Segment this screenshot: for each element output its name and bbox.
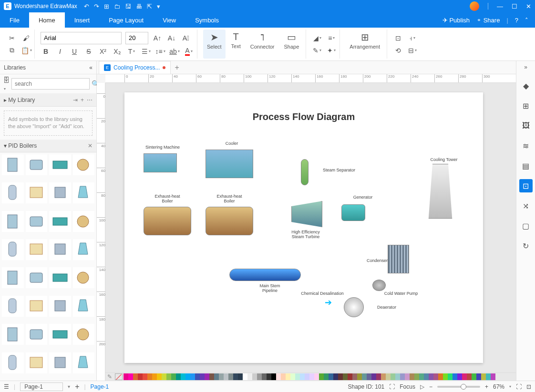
canvas-scroll[interactable]: Process Flow Diagram Sintering Machine C… [105, 83, 516, 381]
connector-tool[interactable]: ˥Connector [247, 30, 278, 59]
library-shape-item[interactable] [2, 182, 24, 203]
library-shape-item[interactable] [2, 324, 24, 345]
color-swatch[interactable] [472, 373, 476, 380]
export-icon[interactable]: ⇱ [147, 3, 152, 10]
color-swatch[interactable] [166, 373, 171, 380]
library-shape-item[interactable] [2, 211, 24, 232]
color-swatch[interactable] [457, 373, 462, 380]
page[interactable]: Process Flow Diagram Sintering Machine C… [124, 92, 483, 363]
library-shape-item[interactable] [49, 324, 71, 345]
color-swatch[interactable] [219, 373, 224, 380]
color-swatch[interactable] [352, 373, 357, 380]
grid-tool-icon[interactable]: ⊞ [519, 99, 533, 112]
color-swatch[interactable] [214, 373, 219, 380]
color-swatch[interactable] [228, 373, 233, 380]
library-shape-item[interactable] [49, 296, 71, 317]
library-shape-item[interactable] [26, 154, 48, 175]
underline-icon[interactable]: U [69, 46, 80, 57]
font-name-select[interactable] [41, 32, 122, 44]
color-swatch[interactable] [128, 373, 133, 380]
zoom-slider[interactable] [437, 386, 480, 388]
image-tool-icon[interactable]: 🖼 [519, 119, 533, 132]
color-swatch[interactable] [329, 373, 333, 380]
color-swatch[interactable] [395, 373, 400, 380]
text-highlight-icon[interactable]: ab▾ [169, 46, 180, 57]
play-icon[interactable]: ▷ [420, 383, 424, 390]
color-swatch[interactable] [271, 373, 276, 380]
library-shape-item[interactable] [73, 182, 95, 203]
color-swatch[interactable] [195, 373, 200, 380]
history-tool-icon[interactable]: ↻ [519, 239, 533, 252]
color-swatch[interactable] [181, 373, 185, 380]
undo-icon[interactable]: ↶ [84, 3, 89, 10]
color-swatch[interactable] [309, 373, 314, 380]
color-swatch[interactable] [123, 373, 128, 380]
shape-deaerator[interactable] [344, 297, 364, 317]
library-shape-item[interactable] [73, 267, 95, 288]
rotate-icon[interactable]: ⟲ [393, 45, 403, 56]
decrease-font-icon[interactable]: A↓ [166, 33, 177, 43]
library-shape-item[interactable] [2, 239, 24, 260]
color-swatch[interactable] [462, 373, 467, 380]
color-swatch[interactable] [467, 373, 472, 380]
shuffle-tool-icon[interactable]: ⤨ [519, 199, 533, 212]
close-icon[interactable]: ✕ [526, 3, 531, 10]
color-swatch[interactable] [171, 373, 176, 380]
library-shape-item[interactable] [26, 296, 48, 317]
library-shape-item[interactable] [2, 296, 24, 317]
align-icon[interactable]: ⫞▾ [407, 33, 418, 43]
font-size-select[interactable] [125, 32, 148, 44]
color-swatch[interactable] [405, 373, 410, 380]
help-icon[interactable]: ? [515, 17, 518, 24]
color-swatch[interactable] [190, 373, 195, 380]
color-swatch[interactable] [233, 373, 238, 380]
shape-tool[interactable]: ▭Shape [280, 30, 303, 59]
shape-condenser[interactable] [388, 245, 409, 273]
color-swatch[interactable] [247, 373, 252, 380]
subscript-icon[interactable]: X₂ [112, 46, 123, 57]
color-swatch[interactable] [143, 373, 147, 380]
color-swatch[interactable] [400, 373, 405, 380]
color-swatch[interactable] [276, 373, 281, 380]
text-align-icon[interactable]: T▾ [126, 46, 137, 57]
save-icon[interactable]: 🖫 [125, 3, 131, 10]
clear-format-icon[interactable]: A⃠ [181, 33, 191, 43]
color-swatch[interactable] [138, 373, 143, 380]
distribute-icon[interactable]: ⊟▾ [407, 45, 418, 56]
library-shape-item[interactable] [49, 154, 71, 175]
font-color-icon[interactable]: A▾ [184, 46, 194, 57]
library-shape-item[interactable] [73, 211, 95, 232]
bullets-icon[interactable]: ☰▾ [141, 46, 151, 57]
color-swatch[interactable] [491, 373, 495, 380]
color-swatch[interactable] [448, 373, 453, 380]
shape-exhaust1[interactable] [144, 207, 191, 235]
lib-menu-icon[interactable]: ⋯ [87, 97, 93, 103]
color-swatch[interactable] [481, 373, 486, 380]
select-tool[interactable]: ➤Select [203, 30, 226, 59]
user-avatar[interactable] [470, 1, 479, 11]
color-swatch[interactable] [133, 373, 138, 380]
color-swatch[interactable] [386, 373, 391, 380]
color-swatch[interactable] [157, 373, 162, 380]
color-swatch[interactable] [224, 373, 228, 380]
library-search-input[interactable] [11, 78, 90, 90]
color-swatch[interactable] [429, 373, 433, 380]
shape-pipeline[interactable] [229, 269, 301, 281]
color-swatch[interactable] [367, 373, 371, 380]
bold-icon[interactable]: B [41, 46, 51, 57]
library-shape-item[interactable] [73, 324, 95, 345]
add-page-button[interactable]: + [75, 382, 79, 391]
library-shape-item[interactable] [2, 154, 24, 175]
color-swatch[interactable] [205, 373, 209, 380]
color-swatch[interactable] [257, 373, 262, 380]
library-shape-item[interactable] [2, 352, 24, 373]
format-painter-icon[interactable]: 🖌 [21, 33, 31, 43]
color-swatch[interactable] [438, 373, 443, 380]
color-swatch[interactable] [357, 373, 362, 380]
color-swatch[interactable] [286, 373, 290, 380]
color-swatch[interactable] [185, 373, 190, 380]
fill-color-icon[interactable]: ◢▾ [312, 33, 322, 43]
color-swatch[interactable] [476, 373, 481, 380]
superscript-icon[interactable]: X² [98, 46, 108, 57]
color-swatch[interactable] [267, 373, 271, 380]
